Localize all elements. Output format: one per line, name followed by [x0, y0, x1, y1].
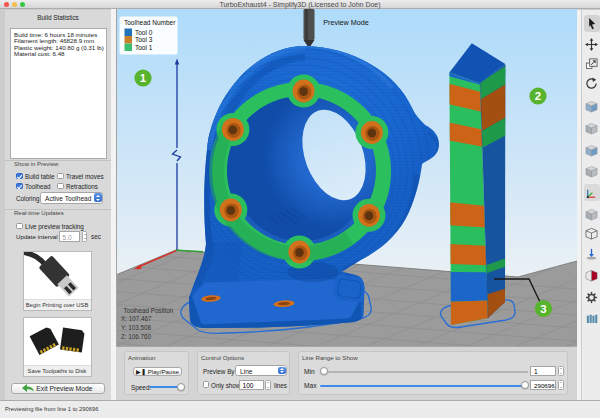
- svg-text:3: 3: [540, 303, 546, 315]
- svg-text:Tool 0: Tool 0: [135, 29, 153, 36]
- svg-text:Toolhead Number: Toolhead Number: [124, 19, 176, 26]
- svg-text:Tool 3: Tool 3: [135, 36, 153, 43]
- svg-text:2: 2: [535, 90, 541, 102]
- svg-text:Preview Mode: Preview Mode: [323, 18, 369, 27]
- svg-text:Tool 1: Tool 1: [135, 44, 153, 51]
- svg-text:Y: 103.508: Y: 103.508: [121, 324, 152, 331]
- svg-text:X: 107.467: X: 107.467: [121, 315, 152, 322]
- svg-text:Toolhead Position: Toolhead Position: [124, 307, 174, 314]
- svg-text:Z: 106.760: Z: 106.760: [121, 333, 152, 340]
- svg-text:1: 1: [140, 72, 147, 84]
